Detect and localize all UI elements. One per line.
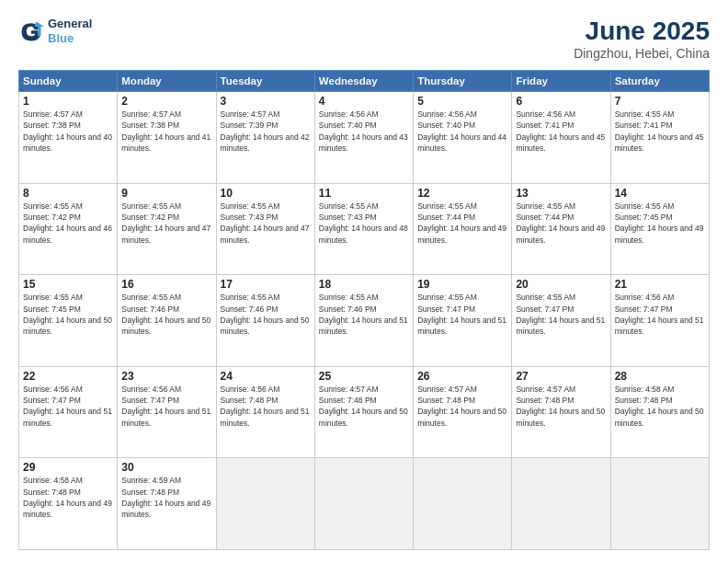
calendar-title: June 2025 [574, 17, 710, 46]
day-cell: 24 Sunrise: 4:56 AMSunset: 7:48 PMDaylig… [216, 366, 314, 458]
day-cell-empty [216, 458, 314, 550]
day-cell: 25 Sunrise: 4:57 AMSunset: 7:48 PMDaylig… [314, 366, 413, 458]
header: General Blue June 2025 Dingzhou, Hebei, … [18, 17, 710, 61]
page: General Blue June 2025 Dingzhou, Hebei, … [0, 0, 728, 563]
day-cell: 28 Sunrise: 4:58 AMSunset: 7:48 PMDaylig… [610, 366, 709, 458]
day-cell: 27 Sunrise: 4:57 AMSunset: 7:48 PMDaylig… [512, 366, 610, 458]
day-cell: 6 Sunrise: 4:56 AMSunset: 7:41 PMDayligh… [512, 92, 610, 184]
table-row: 22 Sunrise: 4:56 AMSunset: 7:47 PMDaylig… [19, 366, 710, 458]
col-saturday: Saturday [610, 71, 709, 92]
day-cell: 7 Sunrise: 4:55 AMSunset: 7:41 PMDayligh… [610, 92, 709, 184]
day-cell-empty [314, 458, 413, 550]
day-cell: 12 Sunrise: 4:55 AMSunset: 7:44 PMDaylig… [414, 183, 512, 275]
day-cell: 30 Sunrise: 4:59 AMSunset: 7:48 PMDaylig… [118, 458, 216, 550]
day-cell: 13 Sunrise: 4:55 AMSunset: 7:44 PMDaylig… [512, 183, 610, 275]
header-row: Sunday Monday Tuesday Wednesday Thursday… [19, 71, 710, 92]
col-monday: Monday [118, 71, 216, 92]
title-block: June 2025 Dingzhou, Hebei, China [574, 17, 710, 61]
day-cell: 26 Sunrise: 4:57 AMSunset: 7:48 PMDaylig… [414, 366, 512, 458]
day-cell: 22 Sunrise: 4:56 AMSunset: 7:47 PMDaylig… [19, 366, 118, 458]
day-cell: 1 Sunrise: 4:57 AMSunset: 7:38 PMDayligh… [19, 92, 118, 184]
day-cell: 21 Sunrise: 4:56 AMSunset: 7:47 PMDaylig… [610, 275, 709, 367]
day-cell: 16 Sunrise: 4:55 AMSunset: 7:46 PMDaylig… [118, 275, 216, 367]
day-cell: 10 Sunrise: 4:55 AMSunset: 7:43 PMDaylig… [216, 183, 314, 275]
calendar-table: Sunday Monday Tuesday Wednesday Thursday… [18, 70, 710, 550]
day-cell-empty [610, 458, 709, 550]
table-row: 15 Sunrise: 4:55 AMSunset: 7:45 PMDaylig… [19, 275, 710, 367]
col-wednesday: Wednesday [314, 71, 413, 92]
day-cell: 4 Sunrise: 4:56 AMSunset: 7:40 PMDayligh… [314, 92, 413, 184]
day-cell-empty [512, 458, 610, 550]
day-cell: 20 Sunrise: 4:55 AMSunset: 7:47 PMDaylig… [512, 275, 610, 367]
day-cell: 29 Sunrise: 4:58 AMSunset: 7:48 PMDaylig… [19, 458, 118, 550]
day-cell: 5 Sunrise: 4:56 AMSunset: 7:40 PMDayligh… [414, 92, 512, 184]
table-row: 8 Sunrise: 4:55 AMSunset: 7:42 PMDayligh… [19, 183, 710, 275]
calendar-subtitle: Dingzhou, Hebei, China [574, 46, 710, 61]
day-cell: 3 Sunrise: 4:57 AMSunset: 7:39 PMDayligh… [216, 92, 314, 184]
day-cell: 14 Sunrise: 4:55 AMSunset: 7:45 PMDaylig… [610, 183, 709, 275]
day-cell: 11 Sunrise: 4:55 AMSunset: 7:43 PMDaylig… [314, 183, 413, 275]
table-row: 1 Sunrise: 4:57 AMSunset: 7:38 PMDayligh… [19, 92, 710, 184]
logo: General Blue [18, 17, 92, 45]
day-cell: 19 Sunrise: 4:55 AMSunset: 7:47 PMDaylig… [414, 275, 512, 367]
day-cell: 23 Sunrise: 4:56 AMSunset: 7:47 PMDaylig… [118, 366, 216, 458]
logo-icon [18, 18, 44, 44]
col-sunday: Sunday [19, 71, 118, 92]
logo-text: General Blue [48, 17, 92, 45]
day-cell: 2 Sunrise: 4:57 AMSunset: 7:38 PMDayligh… [118, 92, 216, 184]
day-cell: 9 Sunrise: 4:55 AMSunset: 7:42 PMDayligh… [118, 183, 216, 275]
day-cell: 18 Sunrise: 4:55 AMSunset: 7:46 PMDaylig… [314, 275, 413, 367]
day-cell: 15 Sunrise: 4:55 AMSunset: 7:45 PMDaylig… [19, 275, 118, 367]
col-friday: Friday [512, 71, 610, 92]
col-tuesday: Tuesday [216, 71, 314, 92]
day-cell-empty [414, 458, 512, 550]
day-cell: 8 Sunrise: 4:55 AMSunset: 7:42 PMDayligh… [19, 183, 118, 275]
table-row: 29 Sunrise: 4:58 AMSunset: 7:48 PMDaylig… [19, 458, 710, 550]
col-thursday: Thursday [414, 71, 512, 92]
day-cell: 17 Sunrise: 4:55 AMSunset: 7:46 PMDaylig… [216, 275, 314, 367]
